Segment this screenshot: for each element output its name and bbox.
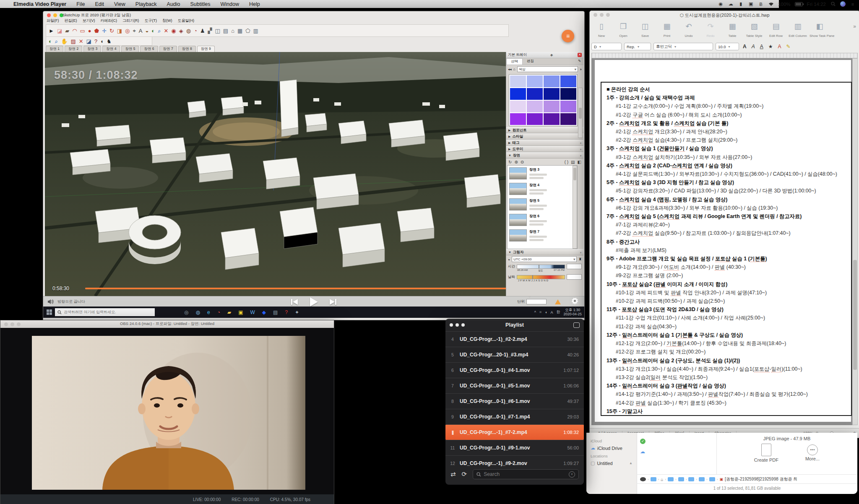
menu-item[interactable]: Playback	[135, 1, 157, 7]
italic-button[interactable]: A	[752, 44, 755, 49]
scene-tab[interactable]: 장면 8	[178, 46, 196, 52]
finder-file-list[interactable]: ✓ ☁	[637, 433, 717, 475]
taskbar-clock[interactable]: 오후 1:302020-04-25	[564, 308, 582, 317]
menu-app-name[interactable]: Elmedia Video Player	[13, 1, 66, 7]
bold-button[interactable]: A	[743, 44, 747, 49]
pin-icon[interactable]: ◈	[550, 53, 553, 57]
tool-icon[interactable]: ▤	[223, 28, 228, 34]
folder-crumb-icon[interactable]	[678, 477, 684, 481]
scene-list-item[interactable]: 장면 6	[508, 212, 577, 228]
color-swatch[interactable]	[510, 75, 526, 87]
tool-icon[interactable]: ▨	[70, 39, 75, 44]
time-input[interactable]	[567, 264, 582, 269]
tool-icon[interactable]: ◎	[125, 28, 130, 34]
color-swatch[interactable]	[544, 88, 560, 100]
toolbar-button[interactable]: ◧Show Task Pane	[810, 22, 830, 39]
tray-section-collapsed[interactable]: ▶도우미▫	[506, 146, 583, 152]
folder-crumb-icon[interactable]	[651, 477, 656, 481]
scene-tab[interactable]: 장면 7	[159, 46, 177, 52]
tool-icon[interactable]: ◨	[117, 28, 122, 34]
scene-detail-icon[interactable]: ◧	[578, 160, 581, 164]
tray-section-scenes[interactable]: ▼장면▫	[506, 152, 583, 158]
scene-list-scrollbar[interactable]	[573, 166, 577, 249]
scene-list-item[interactable]: 장면 4	[508, 181, 577, 197]
playlist-search-field[interactable]: Search ▾	[473, 469, 579, 479]
scene-tab[interactable]: 장면 5	[121, 46, 139, 52]
menu-item[interactable]: File	[76, 1, 85, 7]
sketchup-menu-item[interactable]: 파일(F)	[47, 18, 59, 23]
style-combo[interactable]: D	[591, 43, 622, 50]
display-icon[interactable]: ▣	[748, 1, 754, 7]
color-swatch[interactable]	[527, 101, 543, 112]
tool-icon[interactable]: ↻	[109, 28, 114, 34]
remove-scene-icon[interactable]: ⊖	[521, 160, 524, 164]
next-track-button[interactable]	[329, 299, 337, 305]
scene-view-icon[interactable]: ▤	[571, 160, 575, 164]
measure-box[interactable]	[526, 299, 547, 304]
pip-icon[interactable]	[573, 322, 580, 328]
color-swatch[interactable]	[510, 101, 526, 112]
tool-icon[interactable]: ◒	[145, 28, 148, 34]
playlist-row[interactable]: 9 UD_CG-Progr...0-1)_#7-1.mp4 29:03	[445, 409, 584, 424]
tool-icon[interactable]: ⌖	[133, 28, 135, 34]
wifi-icon[interactable]	[768, 1, 774, 7]
tool-icon[interactable]: ✕	[164, 28, 168, 34]
siri-icon[interactable]	[840, 1, 846, 7]
tool-icon[interactable]: ♞	[107, 39, 112, 44]
color-swatch[interactable]	[527, 88, 543, 100]
scene-tab[interactable]: 장면 9	[197, 46, 215, 52]
font-combo[interactable]: 휴먼고딕	[653, 43, 713, 50]
menu-item[interactable]: Window	[220, 1, 239, 7]
tool-icon[interactable]: ⌂	[231, 28, 234, 34]
spotlight-icon[interactable]	[830, 1, 836, 7]
play-button[interactable]	[309, 297, 318, 307]
taskbar-app-icon[interactable]: ◍	[195, 310, 200, 315]
settings-gear-icon[interactable]	[571, 297, 578, 306]
menu-item[interactable]: Audio	[167, 1, 180, 7]
tool-icon[interactable]: ▭	[80, 28, 85, 34]
color-swatch[interactable]	[544, 75, 560, 87]
scene-tab[interactable]: 장면 1	[46, 46, 63, 52]
document-area[interactable]: ■ 온라인 강의 순서1주 - 강의소개 / 실습 및 재택수업 과제#1-1강…	[591, 58, 858, 425]
toolbar-button[interactable]: ◫Save	[635, 22, 655, 39]
tool-icon[interactable]: ◪	[57, 28, 62, 34]
sketchup-menu-item[interactable]: 그리기(R)	[122, 18, 139, 23]
tool-icon[interactable]: ▞	[208, 28, 212, 34]
repeat-icon[interactable]: ⟳	[462, 470, 467, 478]
tool-icon[interactable]: ◍	[186, 28, 191, 34]
window-controls[interactable]	[47, 13, 63, 17]
refresh-scene-icon[interactable]: ↻	[508, 160, 512, 164]
tool-icon[interactable]: ▰	[65, 28, 69, 34]
taskbar-app-icon[interactable]: ◎	[184, 310, 188, 315]
scene-list-item[interactable]: 장면 5	[508, 197, 577, 212]
eject-icon[interactable]: ▲	[629, 461, 633, 465]
color-swatch[interactable]	[560, 101, 576, 112]
seek-track[interactable]	[85, 288, 550, 289]
toolbar-button[interactable]: ▦Print	[657, 22, 677, 39]
toolbar-button[interactable]: ▧Table Style	[744, 22, 764, 39]
sidebar-item-untitled[interactable]: ▢Untitled▲	[586, 459, 637, 467]
folder-crumb-icon[interactable]	[699, 477, 705, 481]
rep-combo[interactable]: Rep.	[624, 43, 651, 50]
tool-icon[interactable]: ►	[49, 28, 54, 34]
tool-icon[interactable]: ✋	[61, 39, 68, 44]
tray-section-shadows[interactable]: ▼그림자▫	[506, 249, 583, 255]
sketchup-menu-item[interactable]: 편집(E)	[65, 18, 77, 23]
taskbar-app-icon[interactable]: ✦	[295, 310, 299, 315]
toolbar-button[interactable]: ▤Edit Row	[766, 22, 786, 39]
sketchup-menu-item[interactable]: 창(W)	[162, 18, 172, 23]
folder-crumb-icon[interactable]	[709, 477, 715, 481]
color-swatch[interactable]	[527, 113, 543, 125]
scene-tab[interactable]: 장면 2	[65, 46, 82, 52]
tool-icon[interactable]: ⬠	[245, 28, 250, 34]
tool-icon[interactable]: ◐	[151, 28, 155, 34]
shadow-bulb-icon[interactable]: ♜	[578, 257, 582, 261]
tool-icon[interactable]: A	[139, 28, 143, 34]
tool-icon[interactable]: ◐	[49, 39, 52, 44]
highlight-button[interactable]: ✎	[786, 44, 790, 49]
windows-start-button[interactable]	[43, 309, 55, 315]
previous-track-button[interactable]	[291, 299, 298, 305]
tool-icon[interactable]: ✕	[79, 39, 83, 44]
document-text-box[interactable]: ■ 온라인 강의 순서1주 - 강의소개 / 실습 및 재택수업 과제#1-1강…	[601, 82, 852, 416]
tray-section-collapsed[interactable]: ▶스타일▫	[506, 133, 583, 140]
